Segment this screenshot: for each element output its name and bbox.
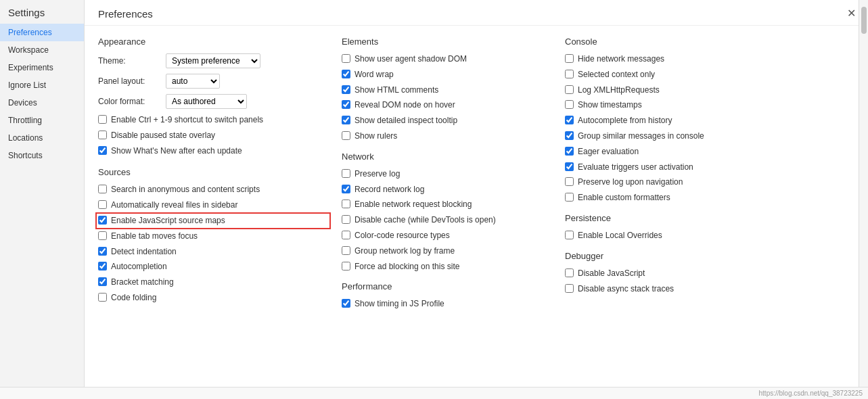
show-rulers-checkbox[interactable]: [342, 131, 350, 140]
record-network-log-checkbox[interactable]: [342, 185, 350, 193]
eager-evaluation-label[interactable]: Eager evaluation: [578, 146, 639, 158]
show-timestamps-label[interactable]: Show timestamps: [578, 99, 642, 111]
preserve-log-navigation-label[interactable]: Preserve log upon navigation: [578, 177, 683, 188]
ctrl-1-9-checkbox[interactable]: [98, 115, 107, 124]
hide-network-messages-label[interactable]: Hide network messages: [578, 53, 664, 65]
tab-moves-focus-label[interactable]: Enable tab moves focus: [111, 231, 198, 242]
bracket-matching-label[interactable]: Bracket matching: [111, 277, 174, 288]
enable-network-request-blocking-checkbox[interactable]: [342, 200, 350, 208]
disable-paused-label[interactable]: Disable paused state overlay: [111, 130, 215, 141]
enable-local-overrides-label[interactable]: Enable Local Overrides: [578, 230, 662, 241]
sidebar-item-preferences[interactable]: Preferences: [0, 24, 84, 41]
tab-moves-focus-checkbox[interactable]: [98, 231, 107, 240]
reveal-dom-node-checkbox[interactable]: [342, 100, 350, 109]
enable-local-overrides-checkbox[interactable]: [565, 231, 574, 239]
network-section: Network Preserve log Record network log …: [342, 151, 551, 273]
show-timestamps-checkbox[interactable]: [565, 100, 574, 109]
sidebar-item-locations[interactable]: Locations: [0, 129, 84, 147]
autocompletion-checkbox[interactable]: [98, 262, 107, 271]
record-network-log-label[interactable]: Record network log: [355, 184, 424, 195]
sidebar-item-throttling[interactable]: Throttling: [0, 112, 84, 129]
show-detailed-inspect-label[interactable]: Show detailed inspect tooltip: [355, 115, 457, 126]
search-anonymous-checkbox[interactable]: [98, 185, 107, 193]
network-title: Network: [342, 151, 551, 162]
disable-cache-row: Disable cache (while DevTools is open): [342, 214, 551, 226]
scrollbar-thumb[interactable]: [861, 7, 867, 34]
flamechart-checkbox[interactable]: [342, 299, 350, 308]
group-similar-messages-label[interactable]: Group similar messages in console: [578, 131, 704, 142]
appearance-title: Appearance: [98, 37, 328, 47]
selected-context-only-checkbox[interactable]: [565, 70, 574, 78]
force-ad-blocking-label[interactable]: Force ad blocking on this site: [355, 261, 459, 273]
close-button[interactable]: ✕: [844, 7, 859, 20]
reveal-dom-node-label[interactable]: Reveal DOM node on hover: [355, 99, 455, 111]
color-code-resource-label[interactable]: Color-code resource types: [355, 230, 450, 241]
disable-javascript-checkbox[interactable]: [565, 268, 574, 277]
show-user-agent-shadow-label[interactable]: Show user agent shadow DOM: [355, 53, 467, 65]
detect-indentation-label[interactable]: Detect indentation: [111, 246, 177, 258]
disable-cache-label[interactable]: Disable cache (while DevTools is open): [355, 214, 496, 226]
detect-indentation-checkbox[interactable]: [98, 247, 107, 256]
disable-async-stack-checkbox[interactable]: [565, 284, 574, 293]
show-html-comments-checkbox[interactable]: [342, 85, 350, 94]
console-section: Console Hide network messages Selected c…: [565, 37, 831, 204]
disable-cache-checkbox[interactable]: [342, 215, 350, 224]
col-console-persistence: Console Hide network messages Selected c…: [565, 37, 845, 314]
show-html-comments-label[interactable]: Show HTML comments: [355, 85, 438, 96]
show-whats-new-label[interactable]: Show What's New after each update: [111, 145, 242, 157]
sidebar-item-devices[interactable]: Devices: [0, 94, 84, 112]
autocompletion-label[interactable]: Autocompletion: [111, 261, 167, 273]
enable-custom-formatters-label[interactable]: Enable custom formatters: [578, 192, 670, 204]
bracket-matching-checkbox[interactable]: [98, 277, 107, 286]
group-network-log-label[interactable]: Group network log by frame: [355, 245, 455, 257]
sidebar-item-shortcuts[interactable]: Shortcuts: [0, 147, 84, 164]
sidebar-item-workspace[interactable]: Workspace: [0, 41, 84, 59]
preserve-log-checkbox[interactable]: [342, 169, 350, 178]
auto-reveal-checkbox[interactable]: [98, 200, 107, 209]
show-rulers-label[interactable]: Show rulers: [355, 131, 397, 142]
panel-layout-label: Panel layout:: [98, 76, 166, 86]
disable-javascript-label[interactable]: Disable JavaScript: [578, 268, 645, 279]
enable-custom-formatters-checkbox[interactable]: [565, 193, 574, 202]
search-anonymous-label[interactable]: Search in anonymous and content scripts: [111, 184, 260, 195]
force-ad-blocking-row: Force ad blocking on this site: [342, 261, 551, 273]
show-detailed-inspect-checkbox[interactable]: [342, 116, 350, 124]
hide-network-messages-checkbox[interactable]: [565, 54, 574, 63]
show-whats-new-checkbox[interactable]: [98, 146, 107, 155]
panel-layout-select[interactable]: auto horizontal vertical: [166, 74, 220, 89]
preserve-log-label[interactable]: Preserve log: [355, 168, 400, 180]
sources-title: Sources: [98, 167, 328, 177]
scrollbar[interactable]: [859, 0, 868, 399]
enable-network-request-blocking-label[interactable]: Enable network request blocking: [355, 199, 472, 210]
autocomplete-from-history-label[interactable]: Autocomplete from history: [578, 115, 672, 126]
theme-select[interactable]: System preference Light Dark: [166, 53, 260, 68]
word-wrap-label[interactable]: Word wrap: [355, 69, 394, 80]
sidebar-item-ignore-list[interactable]: Ignore List: [0, 76, 84, 94]
group-similar-messages-checkbox[interactable]: [565, 131, 574, 140]
autocomplete-from-history-checkbox[interactable]: [565, 116, 574, 124]
eager-evaluation-checkbox[interactable]: [565, 147, 574, 156]
log-xmlhttp-checkbox[interactable]: [565, 85, 574, 94]
word-wrap-checkbox[interactable]: [342, 70, 350, 78]
color-code-resource-checkbox[interactable]: [342, 231, 350, 239]
auto-reveal-label[interactable]: Automatically reveal files in sidebar: [111, 200, 237, 211]
group-network-log-checkbox[interactable]: [342, 246, 350, 255]
evaluate-triggers-user-label[interactable]: Evaluate triggers user activation: [578, 162, 693, 173]
code-folding-checkbox[interactable]: [98, 293, 107, 302]
selected-context-only-label[interactable]: Selected context only: [578, 69, 655, 80]
ctrl-1-9-label[interactable]: Enable Ctrl + 1-9 shortcut to switch pan…: [111, 114, 263, 126]
sidebar-item-experiments[interactable]: Experiments: [0, 59, 84, 76]
enable-js-sourcemaps-label[interactable]: Enable JavaScript source maps: [111, 215, 225, 227]
preserve-log-navigation-checkbox[interactable]: [565, 177, 574, 186]
flamechart-label[interactable]: Show timing in JS Profile: [355, 298, 444, 310]
disable-paused-checkbox[interactable]: [98, 131, 107, 139]
force-ad-blocking-checkbox[interactable]: [342, 262, 350, 271]
code-folding-label[interactable]: Code folding: [111, 292, 156, 304]
enable-network-request-blocking-row: Enable network request blocking: [342, 199, 551, 210]
color-format-select[interactable]: As authored HEX RGB HSL: [166, 94, 247, 109]
enable-js-sourcemaps-checkbox[interactable]: [98, 216, 107, 225]
disable-async-stack-label[interactable]: Disable async stack traces: [578, 283, 674, 295]
log-xmlhttp-label[interactable]: Log XMLHttpRequests: [578, 85, 660, 96]
show-user-agent-shadow-checkbox[interactable]: [342, 54, 350, 63]
evaluate-triggers-user-checkbox[interactable]: [565, 162, 574, 171]
